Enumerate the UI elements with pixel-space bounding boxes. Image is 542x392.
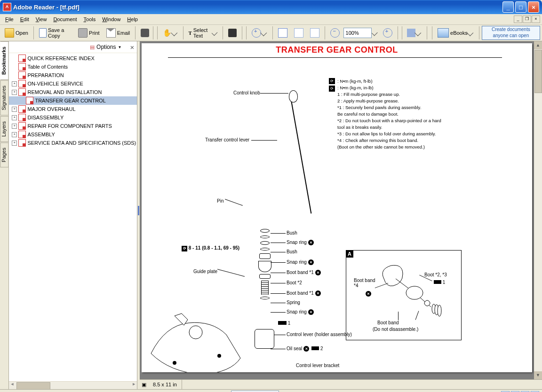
expand-icon[interactable]: + bbox=[12, 141, 17, 146]
tab-bookmarks[interactable]: Bookmarks bbox=[0, 41, 8, 80]
bookmark-item[interactable]: +REPAIR FOR COMPONENT PARTS bbox=[9, 122, 137, 130]
search-button[interactable] bbox=[138, 27, 152, 39]
zoom-in2-button[interactable] bbox=[380, 26, 395, 39]
bookmark-item[interactable]: +REMOVAL AND INSTALLATION bbox=[9, 88, 137, 96]
fit-width-button[interactable] bbox=[307, 26, 322, 39]
label-transfer-lever: Transfer control lever bbox=[205, 137, 249, 142]
mdi-restore-button[interactable]: ❐ bbox=[523, 16, 531, 23]
bookmark-item[interactable]: PREPARATION bbox=[9, 71, 137, 79]
select-text-label: Select Text bbox=[193, 27, 213, 39]
legend-line: *1 : Securely bend pawls during assembly… bbox=[337, 104, 441, 111]
open-button[interactable]: Open bbox=[2, 26, 31, 39]
dropdown-icon: ▼ bbox=[118, 45, 121, 49]
document-viewport[interactable]: TRANSFER GEAR CONTROL : N•m (kg-m, ft-lb… bbox=[140, 41, 534, 379]
select-text-button[interactable]: TSelect Text bbox=[185, 25, 220, 40]
expand-icon[interactable]: + bbox=[12, 124, 17, 129]
torque-icon: ⟳ bbox=[329, 78, 335, 84]
bookmark-icon bbox=[18, 63, 26, 71]
document-vscrollbar[interactable]: ▲ ▼ bbox=[534, 41, 542, 379]
mdi-close-button[interactable]: × bbox=[532, 16, 540, 23]
tab-layers[interactable]: Layers bbox=[0, 116, 8, 142]
email-button[interactable]: Email bbox=[104, 26, 133, 39]
bookmark-item[interactable]: +ASSEMBLY bbox=[9, 130, 137, 139]
read-button[interactable] bbox=[404, 27, 424, 39]
legend-line: *4 : Check after removing this boot band… bbox=[337, 137, 441, 144]
snapshot-button[interactable] bbox=[225, 27, 239, 39]
dropdown-icon[interactable] bbox=[371, 30, 377, 36]
bookmark-item[interactable]: QUICK REFERENCE INDEX bbox=[9, 54, 137, 63]
tab-pages[interactable]: Pages bbox=[0, 142, 8, 167]
expand-icon[interactable]: + bbox=[12, 81, 17, 86]
menu-view[interactable]: View bbox=[32, 16, 50, 23]
binoculars-icon bbox=[141, 29, 149, 37]
window-minimize-button[interactable]: _ bbox=[502, 1, 514, 13]
svg-point-3 bbox=[406, 286, 423, 299]
menu-edit[interactable]: Edit bbox=[17, 16, 32, 23]
menu-tools[interactable]: Tools bbox=[80, 16, 99, 23]
expand-icon[interactable]: + bbox=[12, 115, 17, 120]
app-icon: A bbox=[3, 3, 11, 11]
menu-window[interactable]: Window bbox=[99, 16, 124, 23]
label-spring: Spring bbox=[287, 300, 300, 305]
zoom-value-field[interactable]: 100% bbox=[343, 28, 372, 38]
bookmark-icon bbox=[18, 122, 26, 130]
window-close-button[interactable]: × bbox=[528, 1, 539, 13]
zoom-out-button[interactable] bbox=[327, 26, 343, 39]
ebooks-icon bbox=[438, 28, 449, 38]
status-left-icon[interactable]: ▣ bbox=[140, 382, 148, 388]
open-folder-icon bbox=[5, 28, 14, 38]
page-dimensions: 8.5 x 11 in bbox=[148, 380, 182, 389]
bookmark-item[interactable]: +ON-VEHICLE SERVICE bbox=[9, 79, 137, 88]
bookmark-item[interactable]: TRANSFER GEAR CONTROL bbox=[9, 96, 137, 105]
navigation-bar: |◄ ◄ 8 of 34 ► ►| ◉ ◉ bbox=[0, 389, 542, 392]
expand-icon[interactable]: + bbox=[12, 107, 17, 112]
menu-file[interactable]: File bbox=[2, 16, 17, 23]
email-icon bbox=[106, 28, 116, 38]
bookmark-icon bbox=[26, 97, 33, 104]
expand-icon[interactable]: + bbox=[12, 132, 17, 137]
menu-document[interactable]: Document bbox=[50, 16, 80, 23]
torque-icon: ⟳ bbox=[329, 86, 335, 92]
bookmark-icon bbox=[18, 105, 26, 113]
promo-create-docs-button[interactable]: Create documentsanyone can open bbox=[482, 26, 541, 40]
bookmark-settings-icon[interactable]: ▤ bbox=[90, 44, 95, 50]
label-snap-ring: Snap ring× bbox=[287, 259, 314, 265]
bookmark-label: ON-VEHICLE SERVICE bbox=[27, 81, 83, 86]
actual-size-button[interactable] bbox=[275, 26, 290, 39]
bookmark-item[interactable]: Table of Contents bbox=[9, 63, 137, 71]
label-guide-plate: Guide plate bbox=[193, 269, 217, 274]
bookmark-label: MAJOR OVERHAUL bbox=[27, 106, 75, 112]
bookmark-item[interactable]: +MAJOR OVERHAUL bbox=[9, 105, 137, 113]
label-snap-ring: Snap ring× bbox=[287, 309, 314, 315]
svg-point-2 bbox=[173, 361, 176, 365]
toolbar: Open Save a Copy Print Email ✋ TSelect T… bbox=[0, 25, 542, 41]
page-icon bbox=[278, 28, 287, 38]
tab-signatures[interactable]: Signatures bbox=[0, 80, 8, 116]
bookmarks-hscrollbar[interactable] bbox=[9, 381, 137, 389]
detail-a-box: A Boot band *4 × Boot *2, *3 1 Boot band… bbox=[346, 250, 462, 340]
bookmarks-panel: ▤ Options ▼ QUICK REFERENCE INDEXTable o… bbox=[9, 41, 137, 389]
mdi-minimize-button[interactable]: _ bbox=[514, 16, 522, 23]
ebooks-button[interactable]: eBooks bbox=[435, 27, 477, 39]
zoom-in-button[interactable] bbox=[249, 26, 270, 39]
bookmark-label: ASSEMBLY bbox=[27, 132, 55, 137]
close-panel-button[interactable] bbox=[130, 43, 134, 51]
fit-page-button[interactable] bbox=[291, 26, 306, 39]
hand-tool-button[interactable]: ✋ bbox=[160, 27, 181, 39]
label-control-knob: Control knob bbox=[233, 90, 260, 95]
bookmark-item[interactable]: +SERVICE DATA AND SPECIFICATIONS (SDS) bbox=[9, 139, 137, 147]
bookmark-label: QUICK REFERENCE INDEX bbox=[27, 55, 94, 61]
print-button[interactable]: Print bbox=[75, 26, 103, 39]
bookmark-item[interactable]: +DISASSEMBLY bbox=[9, 113, 137, 122]
menu-help[interactable]: Help bbox=[124, 16, 141, 23]
save-label: Save a Copy bbox=[48, 27, 72, 39]
promo-line2: anyone can open bbox=[493, 33, 529, 38]
save-copy-button[interactable]: Save a Copy bbox=[36, 25, 74, 40]
options-dropdown[interactable]: Options bbox=[96, 44, 116, 50]
label-control-lever-holder: Control lever (holder assembly) bbox=[287, 332, 352, 337]
label-oil-seal: Oil seal× 2 bbox=[287, 346, 323, 352]
camera-icon bbox=[228, 29, 237, 37]
window-maximize-button[interactable]: □ bbox=[515, 1, 526, 13]
expand-icon[interactable]: + bbox=[12, 90, 17, 95]
bookmark-icon bbox=[18, 80, 26, 87]
